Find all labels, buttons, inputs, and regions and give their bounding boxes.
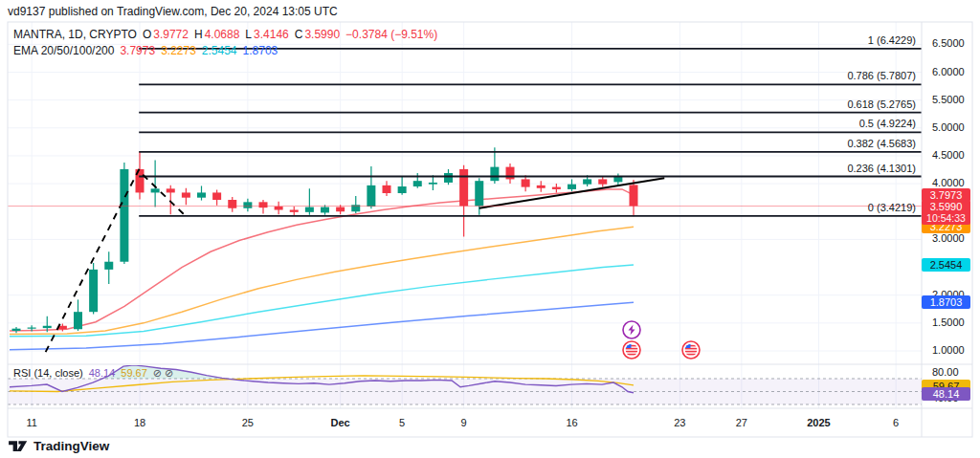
time-tick-label-16: 16 <box>551 417 593 428</box>
candle <box>413 181 422 186</box>
ema-legend[interactable]: EMA 20/50/100/2003.79733.22732.54541.870… <box>13 44 283 57</box>
last-price-badge: 3.599010:54:33 <box>922 200 970 225</box>
candle <box>167 188 175 192</box>
countdown-timer: 10:54:33 <box>922 213 970 225</box>
fib-label-0: 0 (3.4219) <box>868 202 916 213</box>
candle <box>583 179 591 184</box>
ema-3-price-badge: 2.5454 <box>922 258 970 272</box>
us-flag-event-icon[interactable] <box>623 341 640 359</box>
candle <box>367 185 375 207</box>
candle <box>89 270 98 312</box>
lightning-event-icon[interactable] <box>623 321 640 338</box>
candle <box>120 169 128 262</box>
price-tick-label: 6.0000 <box>932 66 965 77</box>
candle <box>259 202 268 207</box>
candle <box>197 192 206 197</box>
time-tick-label-11: 11 <box>11 417 53 428</box>
trendline-2[interactable] <box>143 175 185 215</box>
candle <box>74 312 82 329</box>
time-tick-label-25: 25 <box>227 417 269 428</box>
price-tick-label: 5.5000 <box>932 94 965 105</box>
price-tick-label: 6.5000 <box>932 37 965 49</box>
candle <box>444 173 453 183</box>
fib-label-0.786: 0.786 (5.7807) <box>847 70 916 81</box>
price-tick-label: 5.0000 <box>932 121 965 133</box>
rsi-legend-item: RSI (14, close) <box>13 367 83 379</box>
tradingview-logo-icon <box>8 438 28 453</box>
candle <box>522 179 530 186</box>
ema-legend-item: 3.7973 <box>120 44 155 57</box>
ema-line-3 <box>10 265 634 337</box>
symbol-legend-item: 4.0688 <box>205 28 240 41</box>
candle <box>28 328 36 329</box>
tradingview-published-chart: vd9137 published on TradingView.com, Dec… <box>0 0 980 458</box>
symbol-legend-item: L <box>245 28 252 41</box>
price-chart-canvas[interactable] <box>0 0 980 458</box>
main-pane[interactable] <box>10 147 638 350</box>
candle <box>104 262 113 270</box>
price-tick-label: 4.0000 <box>932 177 965 188</box>
fib-label-0.5: 0.5 (4.9224) <box>859 118 916 129</box>
ema-legend-item: 1.8703 <box>243 44 278 57</box>
candlesticks <box>12 147 638 333</box>
fib-label-1: 1 (6.4229) <box>868 34 916 46</box>
rsi-tick-label: 80.00 <box>932 366 959 378</box>
candle <box>228 200 236 208</box>
price-tick-label: 1.5000 <box>932 316 965 328</box>
candle <box>598 179 607 184</box>
symbol-legend-item: 3.9772 <box>153 28 189 41</box>
candle <box>552 187 561 189</box>
symbol-legend-item: H <box>194 28 203 41</box>
price-tick-label: 3.0000 <box>932 232 965 244</box>
time-tick-label-Dec: Dec <box>320 417 362 428</box>
time-tick-label-2025: 2025 <box>798 417 840 428</box>
symbol-legend-item: O <box>143 28 151 41</box>
candle <box>290 210 299 212</box>
candle <box>275 207 283 209</box>
candle <box>568 185 576 189</box>
candle <box>151 188 160 192</box>
fib-label-0.382: 0.382 (4.5683) <box>847 138 916 149</box>
rsi-legend-item: 59.67 <box>121 367 147 379</box>
candle <box>212 192 221 200</box>
fib-label-0.236: 0.236 (4.1301) <box>847 163 916 174</box>
symbol-legend[interactable]: MANTRA, 1D, CRYPTOO3.9772H4.0688L3.4146C… <box>13 28 443 41</box>
price-tick-label: 1.0000 <box>932 344 965 356</box>
candle <box>305 207 314 212</box>
ema-line-4 <box>10 302 634 350</box>
time-tick-label-18: 18 <box>119 417 161 428</box>
rsi-legend-item: 48.14 <box>89 367 116 379</box>
tradingview-logo[interactable]: TradingView <box>8 438 109 453</box>
time-tick-label-23: 23 <box>658 417 701 428</box>
symbol-legend-item: 3.5990 <box>304 28 340 41</box>
candle <box>182 192 190 197</box>
time-tick-label-27: 27 <box>721 417 763 428</box>
symbol-legend-item: 3.4146 <box>254 28 289 41</box>
symbol-legend-item: −0.3784 (−9.51%) <box>345 28 437 41</box>
candle <box>490 167 499 182</box>
candle <box>12 329 21 331</box>
candle <box>336 207 345 212</box>
symbol-legend-item: C <box>295 28 303 41</box>
candle <box>398 186 407 193</box>
ema-legend-item: 3.2273 <box>161 44 196 57</box>
candle <box>429 183 437 185</box>
candle <box>506 167 515 180</box>
candle <box>475 181 483 206</box>
fib-retracement-drawing[interactable] <box>139 49 922 216</box>
ema-legend-item: 2.5454 <box>202 44 237 57</box>
candle <box>43 326 52 328</box>
rsi-legend[interactable]: RSI (14, close)48.1459.67⊘ ⊘ <box>13 367 179 380</box>
candle <box>321 207 329 213</box>
candle <box>630 185 638 206</box>
us-flag-event-icon[interactable] <box>682 341 700 359</box>
candle <box>459 169 468 206</box>
candle <box>243 202 252 207</box>
tradingview-logo-text: TradingView <box>33 439 109 453</box>
candle <box>383 185 391 193</box>
ema-4-price-badge: 1.8703 <box>922 295 970 309</box>
fib-label-0.618: 0.618 (5.2765) <box>847 98 916 110</box>
rsi-value-badge: 48.14 <box>922 387 970 401</box>
symbol-legend-item: MANTRA, 1D, CRYPTO <box>13 28 137 41</box>
price-tick-label: 4.5000 <box>932 149 965 161</box>
